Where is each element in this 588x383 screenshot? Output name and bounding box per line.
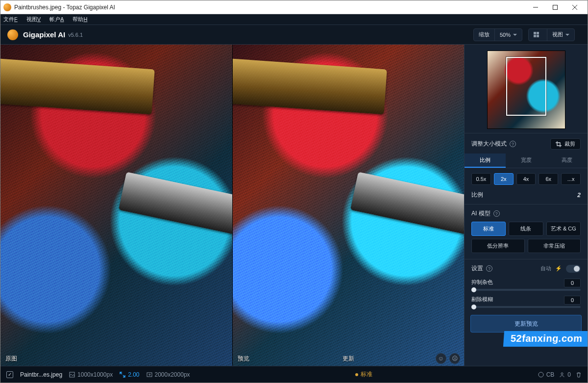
image-viewer: 原图 预览 更新 ☺ ☹ [0,45,464,366]
window-close-button[interactable] [565,0,585,14]
scale-6x[interactable]: 6x [539,173,558,185]
settings-label: 设置? [471,264,492,273]
menu-account[interactable]: 帐户A [49,16,64,23]
status-model: 标准 [355,370,372,379]
noise-slider-label: 抑制杂色 [471,279,493,287]
tab-ratio[interactable]: 比例 [465,153,506,168]
scale-buttons: 0.5x 2x 4x 6x ...x [471,173,581,185]
model-compressed[interactable]: 非常压缩 [528,239,581,253]
scale-05x[interactable]: 0.5x [471,173,491,185]
status-scale: 2.00 [120,371,139,378]
status-people: 0 [559,371,571,378]
menu-file[interactable]: 文件F [3,16,18,23]
svg-rect-1 [553,5,558,9]
blur-slider-value[interactable]: 0 [564,296,581,305]
window-titlebar: Paintbrushes.jpeg - Topaz Gigapixel AI [0,0,588,14]
status-right: CB 0 [538,371,582,378]
file-checkbox[interactable]: ✓ [6,371,13,378]
status-input-dims: 1000x1000px [69,371,113,378]
feedback-buttons: ☺ ☹ [436,353,460,364]
status-filename[interactable]: Paintbr...es.jpeg [20,371,62,378]
slider-thumb[interactable] [471,305,476,309]
arrow-right-icon [147,372,152,378]
help-icon[interactable]: ? [510,141,516,147]
noise-slider: 抑制杂色 0 [465,276,588,293]
model-row-1: 标准 线条 艺术 & CG [471,222,581,236]
resize-mode-section: 调整大小模式? 裁剪 比例 宽度 高度 0.5x 2x 4x 6x ... [465,133,588,204]
scale-2x[interactable]: 2x [494,173,514,185]
zoom-label: 缩放 [474,29,494,41]
app-icon [3,3,11,11]
noise-slider-value[interactable]: 0 [564,279,581,287]
status-bar: ✓ Paintbr...es.jpeg 1000x1000px 2.00 200… [0,366,588,383]
feedback-happy-button[interactable]: ☺ [436,353,446,364]
window-minimize-button[interactable] [526,0,545,14]
settings-section: 设置? 自动 ⚡ [465,259,588,276]
scale-4x[interactable]: 4x [516,173,536,185]
chevron-down-icon [513,34,517,36]
model-row-2: 低分辨率 非常压缩 [471,239,581,253]
blur-slider-label: 剔除模糊 [471,296,493,305]
image-icon [69,372,75,378]
blur-slider: 剔除模糊 0 [465,293,588,310]
crop-button[interactable]: 裁剪 [550,138,581,150]
app-window: Paintbrushes.jpeg - Topaz Gigapixel AI 文… [0,0,588,383]
scale-custom[interactable]: ...x [561,173,581,185]
model-lines[interactable]: 线条 [509,222,543,236]
brush-ferrule [119,172,233,239]
resize-mode-label: 调整大小模式? [471,140,516,148]
settings-panel: 调整大小模式? 裁剪 比例 宽度 高度 0.5x 2x 4x 6x ... [464,45,588,366]
expand-icon [120,372,125,378]
chevron-down-icon [565,34,569,36]
blur-slider-track[interactable] [471,306,581,308]
compare-panes[interactable]: 原图 预览 更新 ☺ ☹ [0,45,464,366]
auto-label: 自动 [540,265,551,272]
auto-toggle[interactable] [566,265,581,273]
menu-help[interactable]: 帮助H [73,16,87,23]
menu-view[interactable]: 视图V [26,16,41,23]
trash-icon[interactable] [576,372,582,378]
zoom-value[interactable]: 50% [494,29,522,41]
feedback-sad-button[interactable]: ☹ [449,353,460,364]
brush-ferrule [0,58,155,115]
svg-point-6 [539,372,543,377]
person-icon [559,372,565,378]
tab-width[interactable]: 宽度 [506,153,547,168]
scale-row-label: 比例 [471,191,483,199]
crop-icon [556,141,562,147]
model-lowres[interactable]: 低分辨率 [471,239,525,253]
tab-height[interactable]: 高度 [546,153,588,168]
help-icon[interactable]: ? [486,265,492,272]
view-mode-control[interactable]: 视图 [528,28,575,41]
model-art-cg[interactable]: 艺术 & CG [546,222,581,236]
work-area: 原图 预览 更新 ☺ ☹ [0,45,588,366]
slider-thumb[interactable] [471,287,476,292]
app-name: Gigapixel AI [23,30,65,39]
preview-pane[interactable]: 预览 更新 ☺ ☹ [233,45,465,366]
palette-icon [538,372,544,378]
update-preview-button[interactable]: 更新预览 [470,315,582,332]
original-pane[interactable]: 原图 [0,45,233,366]
noise-slider-track[interactable] [471,289,581,291]
app-logo [7,29,18,40]
scale-value-row: 比例 2 [471,190,581,201]
view-label[interactable]: 视图 [547,29,574,41]
window-title: Paintbrushes.jpeg - Topaz Gigapixel AI [14,4,526,11]
resize-mode-tabs: 比例 宽度 高度 [465,153,588,168]
zoom-control[interactable]: 缩放 50% [473,28,522,41]
app-version: v5.6.1 [68,32,83,38]
help-icon[interactable]: ? [493,210,500,217]
navigator-thumbnail[interactable] [487,51,565,129]
brush-ferrule [233,58,387,115]
update-label[interactable]: 更新 [343,355,354,363]
ai-model-section: AI 模型? 标准 线条 艺术 & CG 低分辨率 非常压缩 [465,204,588,259]
scale-row-value: 2 [577,192,581,199]
preview-label: 预览 [238,355,249,363]
status-output-dims: 2000x2000px [147,371,190,378]
dot-icon [355,373,358,376]
status-cb: CB [538,371,555,378]
navigator-viewport[interactable] [506,57,546,116]
window-maximize-button[interactable] [545,0,565,14]
model-standard[interactable]: 标准 [471,222,506,236]
svg-point-7 [561,373,563,375]
